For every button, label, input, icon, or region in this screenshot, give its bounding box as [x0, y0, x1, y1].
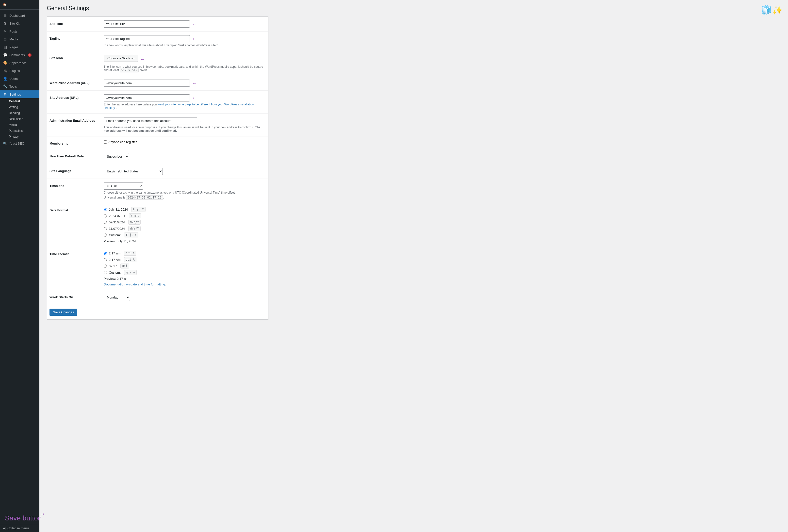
new-user-role-field: SubscriberEditorAuthorContributor: [104, 153, 266, 160]
submenu-reading-label: Reading: [9, 111, 20, 115]
sidebar-item-label: Tools: [9, 85, 17, 88]
time-docs: Documentation on date and time formattin…: [104, 282, 266, 286]
timezone-select[interactable]: UTC+0UTC-5UTC-8UTC+1UTC+5:30: [104, 182, 143, 190]
submenu-privacy[interactable]: Privacy: [7, 134, 39, 140]
date-format-radio-3[interactable]: [104, 227, 107, 230]
sidebar-item-appearance[interactable]: 🎨 Appearance: [0, 59, 39, 67]
time-format-option-0: 2:17 am g:i a: [104, 251, 266, 256]
choose-site-icon-button[interactable]: Choose a Site Icon: [104, 55, 138, 62]
sidebar-item-sitekit[interactable]: G Site Kit: [0, 19, 39, 27]
date-format-label-3[interactable]: 31/07/2024: [109, 227, 125, 231]
tagline-label: Tagline: [50, 35, 104, 40]
timezone-row: Timezone UTC+0UTC-5UTC-8UTC+1UTC+5:30 Ch…: [47, 179, 268, 203]
collapse-label: Collapse menu: [7, 526, 29, 530]
sidebar-item-comments[interactable]: 💬 Comments 1: [0, 51, 39, 59]
date-format-radio-2[interactable]: [104, 221, 107, 224]
date-format-code-1: Y-m-d: [129, 213, 141, 218]
admin-email-arrow: ←: [199, 118, 204, 124]
date-format-option-3: 31/07/2024 d/m/Y: [104, 226, 266, 231]
sidebar-item-posts[interactable]: ✎ Posts: [0, 27, 39, 35]
submit-row: Save Changes: [47, 305, 268, 319]
comments-badge: 1: [28, 54, 32, 57]
submenu-discussion[interactable]: Discussion: [7, 116, 39, 122]
date-format-option-1: 2024-07-31 Y-m-d: [104, 213, 266, 218]
sidebar-item-users[interactable]: 👤 Users: [0, 75, 39, 82]
week-starts-select[interactable]: Sunday Monday Tuesday Wednesday Thursday…: [104, 294, 130, 301]
sidebar-item-dashboard[interactable]: ⊞ Dashboard: [0, 12, 39, 19]
date-format-label-4[interactable]: Custom:: [109, 233, 121, 237]
time-format-row: Time Format 2:17 am g:i a 2:17 AM g:i A: [47, 247, 268, 290]
wp-address-label: WordPress Address (URL): [50, 80, 104, 85]
date-format-label-1[interactable]: 2024-07-31: [109, 214, 125, 218]
site-address-row: Site Address (URL) ← Enter the same addr…: [47, 91, 268, 114]
site-language-select[interactable]: English (United States)English (UK)Españ…: [104, 168, 163, 175]
time-format-label-3[interactable]: Custom:: [109, 271, 121, 274]
date-format-radio-0[interactable]: [104, 208, 107, 211]
tagline-arrow: ←: [192, 36, 197, 42]
wp-icon: 🏠: [3, 3, 7, 6]
submenu-permalinks[interactable]: Permalinks: [7, 128, 39, 134]
date-format-radio-4[interactable]: [104, 234, 107, 237]
site-icon-field: Choose a Site Icon ← The Site Icon is wh…: [104, 55, 266, 72]
site-address-arrow: ←: [192, 95, 197, 101]
time-format-label-1[interactable]: 2:17 AM: [109, 258, 121, 261]
save-button-annotation: Save button: [5, 514, 42, 522]
submenu-media[interactable]: Media: [7, 122, 39, 128]
submenu-writing-label: Writing: [9, 105, 18, 109]
admin-email-input[interactable]: [104, 117, 197, 124]
plugins-icon: 🔌: [3, 69, 7, 73]
sidebar-item-media[interactable]: ⊡ Media: [0, 35, 39, 43]
wp-logo: 🏠: [0, 0, 39, 9]
week-starts-field: Sunday Monday Tuesday Wednesday Thursday…: [104, 294, 266, 301]
time-format-radio-3[interactable]: [104, 271, 107, 274]
time-format-radio-1[interactable]: [104, 258, 107, 261]
collapse-menu: ◀ Collapse menu: [0, 524, 39, 532]
date-format-field: July 31, 2024 F j, Y 2024-07-31 Y-m-d 07…: [104, 207, 266, 243]
submenu-privacy-label: Privacy: [9, 135, 18, 138]
submenu-reading[interactable]: Reading: [7, 110, 39, 116]
sidebar-item-plugins[interactable]: 🔌 Plugins: [0, 67, 39, 75]
date-format-label-0[interactable]: July 31, 2024: [109, 208, 128, 211]
sidebar-item-pages[interactable]: ▤ Pages: [0, 43, 39, 51]
submenu-writing[interactable]: Writing: [7, 104, 39, 110]
save-changes-button[interactable]: Save Changes: [50, 309, 77, 316]
settings-form: Site Title ← Tagline ← In a few words, e…: [47, 17, 269, 320]
yoast-icon: 🔍: [3, 142, 7, 145]
time-format-label-2[interactable]: 02:17: [109, 264, 117, 268]
time-format-radio-2[interactable]: [104, 264, 107, 268]
collapse-menu-btn[interactable]: ◀ Collapse menu: [0, 524, 39, 532]
sidebar-item-label: Site Kit: [9, 22, 19, 25]
comments-icon: 💬: [3, 53, 7, 57]
wp-address-field: ←: [104, 80, 266, 87]
time-docs-link[interactable]: Documentation on date and time formattin…: [104, 282, 166, 286]
time-format-label-0[interactable]: 2:17 am: [109, 252, 120, 255]
site-address-input[interactable]: [104, 94, 190, 101]
site-title-input[interactable]: [104, 20, 190, 27]
date-format-label-2[interactable]: 07/31/2024: [109, 220, 125, 224]
site-address-description: Enter the same address here unless you w…: [104, 103, 266, 110]
time-format-code-1: g:i A: [124, 257, 136, 262]
sidebar-item-label: Appearance: [9, 61, 26, 65]
sidebar-item-label: Posts: [9, 29, 18, 33]
date-format-code-3: d/m/Y: [128, 226, 141, 231]
sidebar-item-settings[interactable]: ⚙ Settings: [0, 91, 39, 98]
wp-address-input[interactable]: [104, 80, 190, 87]
dashboard-icon: ⊞: [3, 14, 7, 18]
membership-label: Membership: [50, 140, 104, 145]
sidebar-item-tools[interactable]: 🔧 Tools: [0, 82, 39, 91]
site-title-row: Site Title ←: [47, 17, 268, 32]
site-icon-arrow: ←: [140, 56, 145, 62]
appearance-icon: 🎨: [3, 61, 7, 65]
wp-address-row: WordPress Address (URL) ←: [47, 76, 268, 91]
date-format-radio-1[interactable]: [104, 214, 107, 217]
time-format-radio-0[interactable]: [104, 252, 107, 255]
submenu-discussion-label: Discussion: [9, 117, 23, 121]
date-format-label: Date Format: [50, 207, 104, 212]
membership-checkbox[interactable]: [104, 140, 107, 143]
site-language-label: Site Language: [50, 168, 104, 173]
new-user-role-select[interactable]: SubscriberEditorAuthorContributor: [104, 153, 129, 160]
sidebar-item-yoast[interactable]: 🔍 Yoast SEO: [0, 140, 39, 147]
submenu-general[interactable]: General: [7, 98, 39, 104]
tagline-input[interactable]: [104, 35, 190, 42]
media-icon: ⊡: [3, 37, 7, 41]
